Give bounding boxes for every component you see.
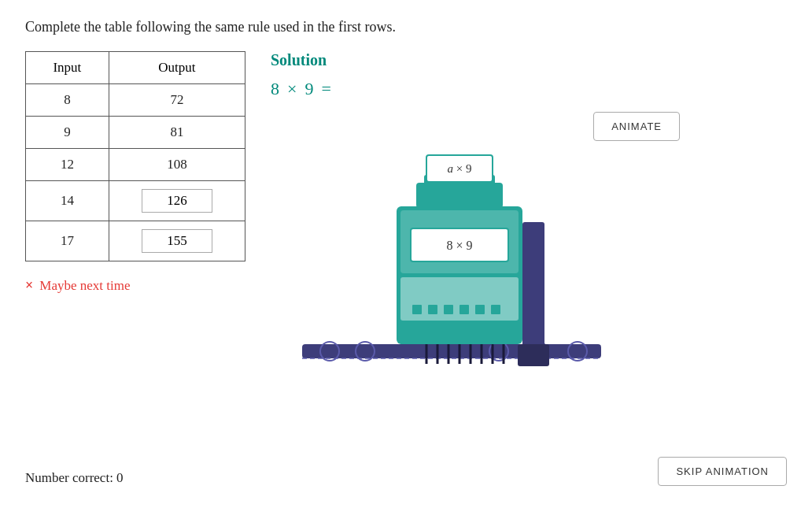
table-row: 12 108 [26,149,245,181]
table-row: 8 72 [26,84,245,117]
input-value: 9 [26,117,109,149]
skip-animation-button[interactable]: SKIP ANIMATION [658,457,787,486]
input-output-table: Input Output 8 72 9 81 12 108 [25,51,245,261]
solution-panel: Solution 8 × 9 = ANIMATE [271,51,787,427]
machine-svg: a × 9 8 × 9 [286,112,617,403]
feedback-message: Maybe next time [39,278,130,294]
svg-rect-13 [460,305,469,314]
input-value: 14 [26,181,109,221]
svg-rect-11 [428,305,437,314]
table-row: 14 [26,181,245,221]
eq-times: × [287,79,297,99]
output-input-17[interactable] [142,229,212,253]
instruction-text: Complete the table following the same ru… [25,19,787,35]
eq-part-2: 9 [304,79,313,99]
input-value: 8 [26,84,109,117]
svg-rect-23 [518,344,549,366]
animate-button[interactable]: ANIMATE [593,112,680,141]
output-value: 108 [109,149,245,181]
table-header-output: Output [109,52,245,84]
feedback-icon: × [25,277,33,294]
score-display: Number correct: 0 [25,470,124,486]
input-value: 17 [26,221,109,261]
output-user-input-cell[interactable] [109,181,245,221]
svg-rect-15 [491,305,500,314]
machine-illustration: ANIMATE [271,112,680,427]
svg-text:a
             × 9: a × 9 [448,162,472,175]
solution-equation: 8 × 9 = [271,79,787,99]
svg-rect-14 [475,305,485,314]
eq-equals: = [321,79,330,99]
output-user-input-cell[interactable] [109,221,245,261]
svg-rect-22 [522,222,544,356]
svg-rect-0 [302,344,601,358]
solution-header: Solution [271,51,787,69]
svg-rect-10 [412,305,422,314]
eq-part-1: 8 [271,79,279,99]
table-row: 17 [26,221,245,261]
table-header-input: Input [26,52,109,84]
svg-rect-12 [444,305,453,314]
output-value: 81 [109,117,245,149]
output-input-14[interactable] [142,189,212,213]
output-value: 72 [109,84,245,117]
svg-rect-16 [416,183,503,208]
svg-text:8 × 9: 8 × 9 [446,239,472,252]
table-row: 9 81 [26,117,245,149]
feedback-area: × Maybe next time [25,277,245,294]
input-value: 12 [26,149,109,181]
